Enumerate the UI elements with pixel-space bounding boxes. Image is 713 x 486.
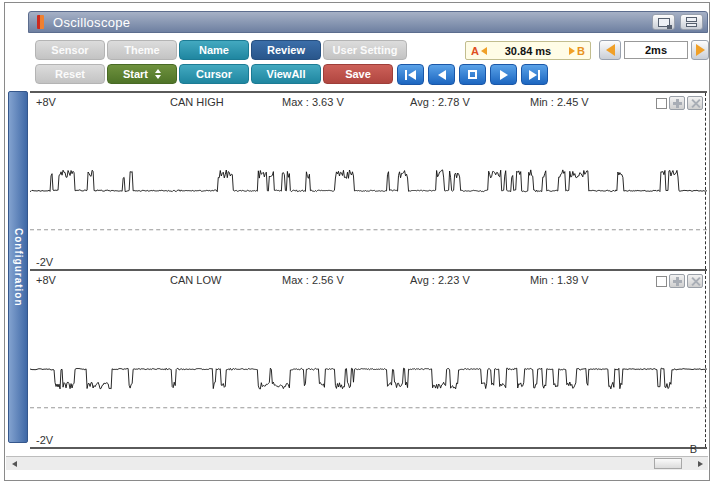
channel-avg-value: Avg : 2.23 V xyxy=(410,274,470,286)
timebase-left-arrow-icon xyxy=(606,44,615,56)
viewall-button[interactable]: ViewAll xyxy=(251,64,321,84)
configuration-panel-tab[interactable]: Configuration xyxy=(8,91,28,443)
timebase-decrease-button[interactable] xyxy=(599,40,621,60)
cursor-b-label: B xyxy=(577,45,585,57)
channel-stack: +8V CAN HIGH Max : 3.63 V Avg : 2.78 V M… xyxy=(30,91,707,449)
ab-measure-box: A 30.84 ms B xyxy=(465,41,591,60)
channel-min-value: Min : 1.39 V xyxy=(530,274,589,286)
cursor-button-label: Cursor xyxy=(196,68,232,80)
horizontal-scrollbar[interactable] xyxy=(6,456,708,470)
user-setting-button[interactable]: User Setting xyxy=(323,40,407,60)
channel-add-button[interactable] xyxy=(669,96,685,110)
channel-max-value: Max : 3.63 V xyxy=(282,96,344,108)
channel-bottom-scale: -2V xyxy=(36,434,53,446)
ab-measure-value: 30.84 ms xyxy=(487,45,569,57)
reset-button-label: Reset xyxy=(55,68,85,80)
plus-icon xyxy=(673,277,682,286)
stop-button[interactable] xyxy=(459,64,486,85)
stack-window-icon xyxy=(686,17,697,27)
plus-icon xyxy=(673,99,682,108)
step-back-icon xyxy=(438,70,446,80)
start-button-label: Start xyxy=(123,68,148,80)
playback-controls xyxy=(397,64,548,85)
channel-bottom-scale: -2V xyxy=(36,256,53,268)
sensor-button[interactable]: Sensor xyxy=(35,40,105,60)
channel-can-low: +8V CAN LOW Max : 2.56 V Avg : 2.23 V Mi… xyxy=(30,271,707,449)
channel-controls xyxy=(656,274,703,288)
start-spinner-icon xyxy=(155,69,161,79)
oscilloscope-window: Oscilloscope Sensor Theme Name Review Us… xyxy=(4,2,710,481)
cursor-b-line[interactable] xyxy=(705,93,706,269)
channel-avg-value: Avg : 2.78 V xyxy=(410,96,470,108)
cursor-button[interactable]: Cursor xyxy=(179,64,249,84)
cursor-b-tag: B xyxy=(690,443,697,455)
timebase-right-arrow-icon xyxy=(696,44,705,56)
name-button-label: Name xyxy=(199,44,229,56)
cursor-b-line[interactable] xyxy=(705,271,706,447)
channel-close-button[interactable] xyxy=(687,96,703,110)
cascade-window-button[interactable] xyxy=(652,14,675,30)
theme-button-label: Theme xyxy=(124,44,159,56)
close-icon xyxy=(691,99,700,108)
channel-add-button[interactable] xyxy=(669,274,685,288)
channel-top-scale: +8V xyxy=(36,96,56,108)
can-low-waveform xyxy=(30,271,707,447)
skip-start-icon xyxy=(405,70,407,80)
channel-controls xyxy=(656,96,703,110)
save-button[interactable]: Save xyxy=(323,64,393,84)
step-back-button[interactable] xyxy=(428,64,455,85)
title-bar: Oscilloscope xyxy=(28,11,708,33)
skip-end-icon xyxy=(529,70,537,80)
scrollbar-thumb[interactable] xyxy=(654,458,682,469)
scroll-left-button[interactable] xyxy=(8,458,20,469)
channel-name: CAN LOW xyxy=(170,274,221,286)
channel-can-high: +8V CAN HIGH Max : 3.63 V Avg : 2.78 V M… xyxy=(30,93,707,271)
cursor-b-arrow-icon xyxy=(569,47,575,55)
scroll-right-button[interactable] xyxy=(694,458,706,469)
channel-close-button[interactable] xyxy=(687,274,703,288)
stop-icon xyxy=(468,70,477,79)
viewall-button-label: ViewAll xyxy=(267,68,306,80)
scroll-left-icon xyxy=(12,461,17,467)
reset-button[interactable]: Reset xyxy=(35,64,105,84)
channel-select-checkbox[interactable] xyxy=(656,276,667,287)
window-controls xyxy=(652,14,703,30)
channel-select-checkbox[interactable] xyxy=(656,98,667,109)
start-button[interactable]: Start xyxy=(107,64,177,84)
window-title: Oscilloscope xyxy=(53,15,130,30)
theme-button[interactable]: Theme xyxy=(107,40,177,60)
scope-probe-icon xyxy=(37,15,44,29)
timebase-value-field[interactable]: 2ms xyxy=(624,41,688,59)
cascade-window-icon xyxy=(658,18,670,27)
skip-start-button[interactable] xyxy=(397,64,424,85)
cursor-a-label: A xyxy=(471,45,479,57)
channel-name: CAN HIGH xyxy=(170,96,224,108)
timebase-increase-button[interactable] xyxy=(691,40,709,60)
user-setting-button-label: User Setting xyxy=(333,44,398,56)
can-high-waveform xyxy=(30,93,707,269)
review-button-label: Review xyxy=(267,44,305,56)
channel-max-value: Max : 2.56 V xyxy=(282,274,344,286)
configuration-panel-label: Configuration xyxy=(13,228,24,307)
close-icon xyxy=(691,277,700,286)
skip-end-button[interactable] xyxy=(521,64,548,85)
channel-top-scale: +8V xyxy=(36,274,56,286)
sensor-button-label: Sensor xyxy=(51,44,88,56)
save-button-label: Save xyxy=(345,68,371,80)
review-button[interactable]: Review xyxy=(251,40,321,60)
name-button[interactable]: Name xyxy=(179,40,249,60)
play-button[interactable] xyxy=(490,64,517,85)
stack-window-button[interactable] xyxy=(680,14,703,30)
play-icon xyxy=(500,70,508,80)
scroll-right-icon xyxy=(698,461,703,467)
channel-min-value: Min : 2.45 V xyxy=(530,96,589,108)
